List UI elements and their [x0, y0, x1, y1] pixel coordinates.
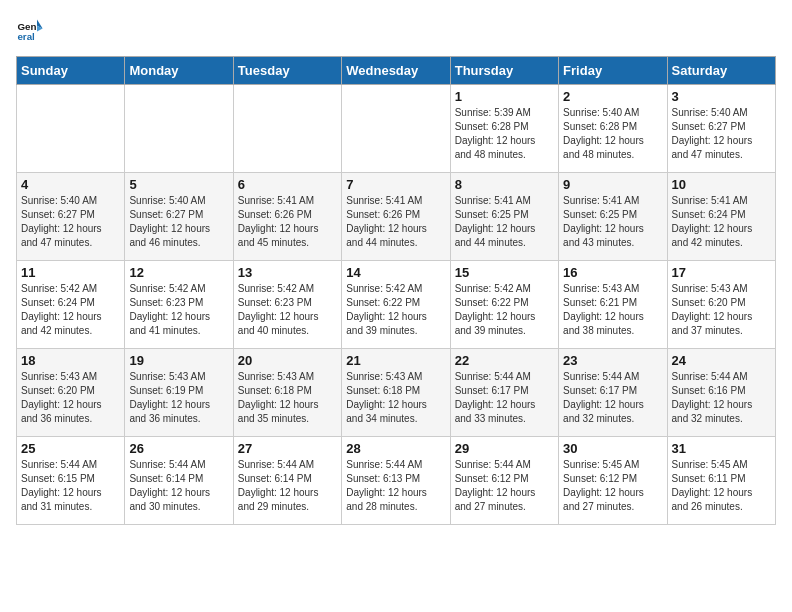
day-info: Sunrise: 5:42 AM Sunset: 6:22 PM Dayligh… — [346, 282, 445, 338]
calendar-header-monday: Monday — [125, 57, 233, 85]
calendar-cell: 23Sunrise: 5:44 AM Sunset: 6:17 PM Dayli… — [559, 349, 667, 437]
calendar-week-3: 11Sunrise: 5:42 AM Sunset: 6:24 PM Dayli… — [17, 261, 776, 349]
calendar-week-2: 4Sunrise: 5:40 AM Sunset: 6:27 PM Daylig… — [17, 173, 776, 261]
day-number: 9 — [563, 177, 662, 192]
calendar-week-4: 18Sunrise: 5:43 AM Sunset: 6:20 PM Dayli… — [17, 349, 776, 437]
day-number: 22 — [455, 353, 554, 368]
calendar-cell: 31Sunrise: 5:45 AM Sunset: 6:11 PM Dayli… — [667, 437, 775, 525]
day-info: Sunrise: 5:43 AM Sunset: 6:20 PM Dayligh… — [672, 282, 771, 338]
day-info: Sunrise: 5:41 AM Sunset: 6:25 PM Dayligh… — [455, 194, 554, 250]
calendar-cell: 15Sunrise: 5:42 AM Sunset: 6:22 PM Dayli… — [450, 261, 558, 349]
day-number: 26 — [129, 441, 228, 456]
calendar-cell — [233, 85, 341, 173]
day-info: Sunrise: 5:41 AM Sunset: 6:25 PM Dayligh… — [563, 194, 662, 250]
calendar-header-wednesday: Wednesday — [342, 57, 450, 85]
svg-text:eral: eral — [17, 31, 35, 42]
day-info: Sunrise: 5:43 AM Sunset: 6:21 PM Dayligh… — [563, 282, 662, 338]
calendar-cell: 8Sunrise: 5:41 AM Sunset: 6:25 PM Daylig… — [450, 173, 558, 261]
calendar-cell: 3Sunrise: 5:40 AM Sunset: 6:27 PM Daylig… — [667, 85, 775, 173]
day-number: 16 — [563, 265, 662, 280]
day-info: Sunrise: 5:44 AM Sunset: 6:16 PM Dayligh… — [672, 370, 771, 426]
calendar-cell: 10Sunrise: 5:41 AM Sunset: 6:24 PM Dayli… — [667, 173, 775, 261]
day-info: Sunrise: 5:41 AM Sunset: 6:26 PM Dayligh… — [238, 194, 337, 250]
day-info: Sunrise: 5:42 AM Sunset: 6:23 PM Dayligh… — [238, 282, 337, 338]
day-number: 24 — [672, 353, 771, 368]
day-info: Sunrise: 5:42 AM Sunset: 6:24 PM Dayligh… — [21, 282, 120, 338]
day-number: 7 — [346, 177, 445, 192]
calendar-cell: 4Sunrise: 5:40 AM Sunset: 6:27 PM Daylig… — [17, 173, 125, 261]
day-info: Sunrise: 5:39 AM Sunset: 6:28 PM Dayligh… — [455, 106, 554, 162]
day-info: Sunrise: 5:44 AM Sunset: 6:14 PM Dayligh… — [129, 458, 228, 514]
day-info: Sunrise: 5:44 AM Sunset: 6:14 PM Dayligh… — [238, 458, 337, 514]
calendar-cell — [17, 85, 125, 173]
calendar-cell: 9Sunrise: 5:41 AM Sunset: 6:25 PM Daylig… — [559, 173, 667, 261]
day-number: 18 — [21, 353, 120, 368]
calendar-header-saturday: Saturday — [667, 57, 775, 85]
day-info: Sunrise: 5:43 AM Sunset: 6:18 PM Dayligh… — [238, 370, 337, 426]
day-number: 23 — [563, 353, 662, 368]
day-number: 5 — [129, 177, 228, 192]
calendar-cell: 22Sunrise: 5:44 AM Sunset: 6:17 PM Dayli… — [450, 349, 558, 437]
day-info: Sunrise: 5:43 AM Sunset: 6:18 PM Dayligh… — [346, 370, 445, 426]
calendar-header-tuesday: Tuesday — [233, 57, 341, 85]
day-number: 13 — [238, 265, 337, 280]
calendar-header-row: SundayMondayTuesdayWednesdayThursdayFrid… — [17, 57, 776, 85]
day-number: 29 — [455, 441, 554, 456]
day-info: Sunrise: 5:45 AM Sunset: 6:12 PM Dayligh… — [563, 458, 662, 514]
calendar-header-friday: Friday — [559, 57, 667, 85]
day-info: Sunrise: 5:41 AM Sunset: 6:26 PM Dayligh… — [346, 194, 445, 250]
day-number: 17 — [672, 265, 771, 280]
logo-icon: Gen eral — [16, 16, 44, 44]
day-number: 30 — [563, 441, 662, 456]
day-number: 25 — [21, 441, 120, 456]
day-info: Sunrise: 5:40 AM Sunset: 6:27 PM Dayligh… — [672, 106, 771, 162]
day-info: Sunrise: 5:45 AM Sunset: 6:11 PM Dayligh… — [672, 458, 771, 514]
calendar-cell — [342, 85, 450, 173]
day-number: 1 — [455, 89, 554, 104]
calendar-body: 1Sunrise: 5:39 AM Sunset: 6:28 PM Daylig… — [17, 85, 776, 525]
calendar-cell: 6Sunrise: 5:41 AM Sunset: 6:26 PM Daylig… — [233, 173, 341, 261]
calendar-cell: 11Sunrise: 5:42 AM Sunset: 6:24 PM Dayli… — [17, 261, 125, 349]
day-number: 2 — [563, 89, 662, 104]
calendar-cell: 30Sunrise: 5:45 AM Sunset: 6:12 PM Dayli… — [559, 437, 667, 525]
day-number: 20 — [238, 353, 337, 368]
calendar-cell: 18Sunrise: 5:43 AM Sunset: 6:20 PM Dayli… — [17, 349, 125, 437]
calendar-cell: 21Sunrise: 5:43 AM Sunset: 6:18 PM Dayli… — [342, 349, 450, 437]
calendar-cell: 17Sunrise: 5:43 AM Sunset: 6:20 PM Dayli… — [667, 261, 775, 349]
day-info: Sunrise: 5:40 AM Sunset: 6:27 PM Dayligh… — [129, 194, 228, 250]
calendar-cell: 19Sunrise: 5:43 AM Sunset: 6:19 PM Dayli… — [125, 349, 233, 437]
calendar-cell: 12Sunrise: 5:42 AM Sunset: 6:23 PM Dayli… — [125, 261, 233, 349]
day-info: Sunrise: 5:42 AM Sunset: 6:22 PM Dayligh… — [455, 282, 554, 338]
calendar-week-5: 25Sunrise: 5:44 AM Sunset: 6:15 PM Dayli… — [17, 437, 776, 525]
day-number: 21 — [346, 353, 445, 368]
calendar-cell: 13Sunrise: 5:42 AM Sunset: 6:23 PM Dayli… — [233, 261, 341, 349]
day-number: 6 — [238, 177, 337, 192]
day-number: 8 — [455, 177, 554, 192]
day-info: Sunrise: 5:42 AM Sunset: 6:23 PM Dayligh… — [129, 282, 228, 338]
day-info: Sunrise: 5:43 AM Sunset: 6:20 PM Dayligh… — [21, 370, 120, 426]
calendar-cell: 28Sunrise: 5:44 AM Sunset: 6:13 PM Dayli… — [342, 437, 450, 525]
day-number: 15 — [455, 265, 554, 280]
calendar-cell: 29Sunrise: 5:44 AM Sunset: 6:12 PM Dayli… — [450, 437, 558, 525]
calendar-cell: 24Sunrise: 5:44 AM Sunset: 6:16 PM Dayli… — [667, 349, 775, 437]
day-info: Sunrise: 5:44 AM Sunset: 6:13 PM Dayligh… — [346, 458, 445, 514]
calendar-header-sunday: Sunday — [17, 57, 125, 85]
day-info: Sunrise: 5:43 AM Sunset: 6:19 PM Dayligh… — [129, 370, 228, 426]
calendar-cell: 16Sunrise: 5:43 AM Sunset: 6:21 PM Dayli… — [559, 261, 667, 349]
calendar-table: SundayMondayTuesdayWednesdayThursdayFrid… — [16, 56, 776, 525]
day-info: Sunrise: 5:44 AM Sunset: 6:17 PM Dayligh… — [455, 370, 554, 426]
day-number: 3 — [672, 89, 771, 104]
logo: Gen eral — [16, 16, 48, 44]
calendar-cell: 20Sunrise: 5:43 AM Sunset: 6:18 PM Dayli… — [233, 349, 341, 437]
calendar-header-thursday: Thursday — [450, 57, 558, 85]
day-info: Sunrise: 5:44 AM Sunset: 6:15 PM Dayligh… — [21, 458, 120, 514]
day-number: 14 — [346, 265, 445, 280]
day-number: 31 — [672, 441, 771, 456]
day-info: Sunrise: 5:44 AM Sunset: 6:12 PM Dayligh… — [455, 458, 554, 514]
calendar-cell: 1Sunrise: 5:39 AM Sunset: 6:28 PM Daylig… — [450, 85, 558, 173]
day-number: 10 — [672, 177, 771, 192]
day-info: Sunrise: 5:40 AM Sunset: 6:27 PM Dayligh… — [21, 194, 120, 250]
day-number: 4 — [21, 177, 120, 192]
page-header: Gen eral — [16, 16, 776, 44]
day-number: 11 — [21, 265, 120, 280]
